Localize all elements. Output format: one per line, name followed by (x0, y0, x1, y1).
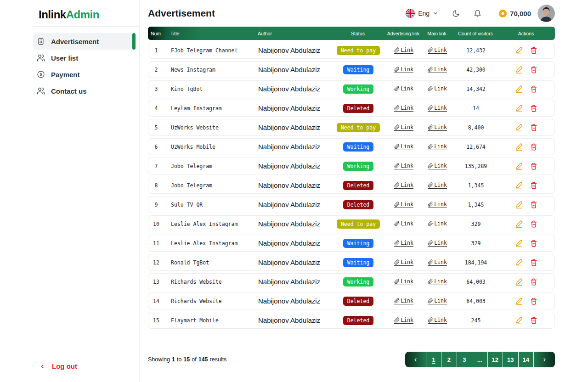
advertising-link[interactable]: Link (394, 240, 413, 247)
advertising-link[interactable]: Link (394, 220, 413, 227)
advertising-link[interactable]: Link (394, 105, 413, 112)
delete-button[interactable] (530, 181, 538, 190)
row-visitors: 14 (453, 105, 498, 112)
edit-button[interactable] (515, 316, 523, 325)
page-button-2[interactable]: 2 (441, 352, 457, 367)
sidebar-item-payment[interactable]: $ Payment (33, 66, 136, 83)
table-body: 1 FJob Telegram Channel Nabijonov Abdula… (148, 42, 555, 329)
sidebar-item-contact-us[interactable]: Contact us (33, 83, 136, 99)
main-link[interactable]: Link (428, 47, 447, 54)
column-header-num: Num (148, 31, 164, 36)
delete-button[interactable] (530, 143, 538, 151)
edit-button[interactable] (515, 181, 523, 190)
edit-button[interactable] (515, 104, 523, 112)
delete-button[interactable] (530, 297, 538, 305)
row-visitors: 8,400 (453, 124, 498, 131)
page-button-1[interactable]: 1 (426, 352, 442, 367)
row-visitors: 12,432 (453, 47, 498, 54)
notifications-button[interactable] (474, 10, 481, 17)
sidebar-item-label: User list (51, 54, 78, 62)
main-link[interactable]: Link (428, 85, 447, 92)
advertising-link[interactable]: Link (394, 201, 413, 208)
row-author: Nabijonov Abdulaziz (251, 201, 330, 208)
advertising-link[interactable]: Link (394, 124, 413, 131)
main-link[interactable]: Link (428, 66, 447, 73)
advertising-link[interactable]: Link (394, 143, 413, 150)
main-link[interactable]: Link (428, 278, 447, 285)
main-link[interactable]: Link (428, 240, 447, 247)
delete-button[interactable] (530, 162, 538, 170)
delete-button[interactable] (530, 239, 538, 247)
delete-button[interactable] (530, 278, 538, 286)
paperclip-icon (428, 47, 433, 53)
main-link[interactable]: Link (428, 317, 447, 324)
advertising-link[interactable]: Link (394, 259, 413, 266)
advertising-link[interactable]: Link (394, 66, 413, 73)
advertising-link[interactable]: Link (394, 85, 413, 92)
row-title: Richards Website (164, 298, 251, 304)
dark-mode-toggle[interactable] (452, 10, 460, 17)
page-button-3[interactable]: 3 (457, 352, 473, 367)
advertising-link[interactable]: Link (394, 298, 413, 304)
main-link[interactable]: Link (428, 201, 447, 208)
delete-button[interactable] (530, 104, 538, 112)
edit-button[interactable] (515, 201, 523, 209)
edit-button[interactable] (515, 239, 523, 247)
edit-button[interactable] (515, 85, 523, 93)
delete-button[interactable] (530, 85, 538, 93)
advertising-link[interactable]: Link (394, 317, 413, 324)
advertising-link[interactable]: Link (394, 278, 413, 285)
language-selector[interactable]: Eng (406, 9, 438, 18)
page-button-14[interactable]: 14 (519, 352, 534, 367)
advertising-link[interactable]: Link (394, 182, 413, 189)
pencil-icon (515, 278, 523, 286)
sidebar-divider (33, 26, 139, 27)
edit-button[interactable] (515, 143, 523, 151)
page-button-13[interactable]: 13 (503, 352, 519, 367)
page-button-12[interactable]: 12 (488, 352, 503, 367)
sidebar-item-user-list[interactable]: User list (33, 50, 136, 66)
delete-button[interactable] (530, 66, 538, 74)
advertising-link[interactable]: Link (394, 163, 413, 169)
paperclip-icon (428, 124, 433, 130)
pencil-icon (515, 143, 523, 151)
trash-icon (530, 162, 538, 170)
pagination-prev-button[interactable] (405, 352, 426, 367)
main-link[interactable]: Link (428, 259, 447, 266)
pencil-icon (515, 220, 523, 228)
page-title: Advertisement (148, 8, 406, 19)
edit-button[interactable] (515, 162, 523, 170)
edit-button[interactable] (515, 297, 523, 305)
main-link[interactable]: Link (428, 143, 447, 150)
main-link[interactable]: Link (428, 220, 447, 227)
main-link[interactable]: Link (428, 105, 447, 112)
sidebar-item-advertisement[interactable]: Advertisement (33, 33, 136, 50)
row-author: Nabijonov Abdulaziz (251, 46, 330, 54)
delete-button[interactable] (530, 258, 538, 267)
pencil-icon (515, 85, 523, 93)
delete-button[interactable] (530, 201, 538, 209)
advertising-link[interactable]: Link (394, 47, 413, 54)
edit-button[interactable] (515, 124, 523, 132)
link-label: Link (401, 240, 413, 246)
avatar[interactable] (537, 5, 555, 22)
edit-button[interactable] (515, 46, 523, 55)
edit-button[interactable] (515, 66, 523, 74)
delete-button[interactable] (530, 316, 538, 325)
edit-button[interactable] (515, 278, 523, 286)
pagination-next-button[interactable] (534, 352, 555, 367)
main-link[interactable]: Link (428, 182, 447, 189)
coin-balance[interactable]: 70,000 (499, 10, 531, 17)
logout-button[interactable]: Log out (40, 362, 77, 370)
delete-button[interactable] (530, 124, 538, 132)
delete-button[interactable] (530, 46, 538, 55)
delete-button[interactable] (530, 220, 538, 228)
bell-icon (474, 10, 481, 17)
edit-button[interactable] (515, 220, 523, 228)
main-link[interactable]: Link (428, 124, 447, 131)
column-header-author: Author (250, 31, 330, 36)
edit-button[interactable] (515, 258, 523, 267)
main-link[interactable]: Link (428, 163, 447, 169)
main-link[interactable]: Link (428, 298, 447, 304)
link-label: Link (401, 47, 413, 53)
